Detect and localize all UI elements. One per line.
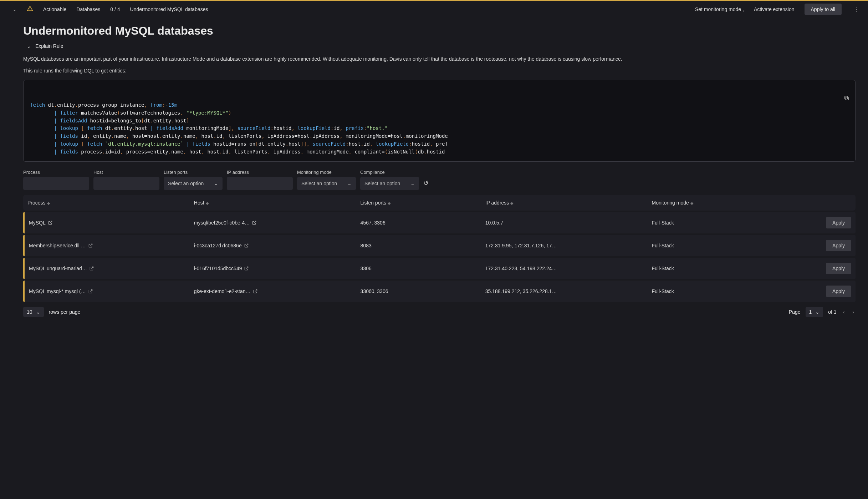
set-monitoring-mode-link[interactable]: Set monitoring mode , bbox=[695, 6, 744, 12]
external-link-icon[interactable] bbox=[88, 289, 93, 294]
topbar: ⌄ Actionable Databases 0 / 4 Undermonito… bbox=[0, 0, 868, 18]
apply-to-all-button[interactable]: Apply to all bbox=[805, 4, 842, 15]
rows-per-page-select[interactable]: 10⌄ bbox=[23, 307, 44, 317]
page-label: Page bbox=[789, 309, 801, 315]
host-cell: i-0c3ca127d7fc0686e bbox=[194, 243, 242, 248]
host-cell: i-016f7101d5dbcc549 bbox=[194, 266, 242, 271]
col-listen[interactable]: Listen ports◆ bbox=[356, 195, 481, 211]
explain-rule-label: Explain Rule bbox=[35, 43, 63, 49]
monitoring-cell: Full-Stack bbox=[647, 212, 772, 233]
monitoring-cell: Full-Stack bbox=[647, 281, 772, 302]
process-cell: MySQL mysql-* mysql (… bbox=[29, 288, 86, 294]
results-table: Process◆ Host◆ Listen ports◆ IP address◆… bbox=[23, 193, 856, 303]
explain-rule-toggle[interactable]: ⌄ Explain Rule bbox=[0, 40, 868, 52]
svg-rect-3 bbox=[845, 96, 848, 99]
filter-select-compliance[interactable]: Select an option⌄ bbox=[360, 177, 419, 190]
rule-description: MySQL databases are an important part of… bbox=[0, 52, 868, 64]
chevron-down-icon: ⌄ bbox=[347, 181, 352, 186]
ip-cell: 35.188.199.212, 35.226.228.1… bbox=[485, 288, 557, 294]
dql-code-block: fetch dt.entity.process_group_instance, … bbox=[23, 80, 856, 162]
prev-page-icon[interactable]: ‹ bbox=[842, 308, 846, 316]
svg-rect-2 bbox=[846, 97, 848, 100]
filter-label-listen: Listen ports bbox=[164, 170, 223, 175]
rule-subdescription: This rule runs the following DQL to get … bbox=[0, 64, 868, 77]
filter-label-monitoring: Monitoring mode bbox=[297, 170, 356, 175]
external-link-icon[interactable] bbox=[252, 220, 257, 225]
filter-label-process: Process bbox=[23, 170, 89, 175]
col-host[interactable]: Host◆ bbox=[190, 195, 356, 211]
page-title: Undermonitored MySQL databases bbox=[0, 18, 868, 40]
process-cell: MySQL bbox=[29, 220, 46, 226]
collapse-chevron-icon[interactable]: ⌄ bbox=[12, 6, 17, 12]
filter-input-process[interactable] bbox=[23, 177, 89, 190]
listenports-cell: 33060, 3306 bbox=[356, 281, 481, 302]
apply-button[interactable]: Apply bbox=[826, 217, 851, 228]
more-menu-icon[interactable]: ⋮ bbox=[852, 5, 861, 13]
chevron-down-icon: ⌄ bbox=[410, 181, 415, 186]
chevron-down-icon: ⌄ bbox=[214, 181, 218, 186]
count-label: 0 / 4 bbox=[110, 6, 120, 12]
filter-label-host: Host bbox=[93, 170, 159, 175]
page-number-select[interactable]: 1⌄ bbox=[806, 307, 823, 317]
host-cell: mysql/bef25e0f-c0be-4… bbox=[194, 220, 250, 226]
monitoring-cell: Full-Stack bbox=[647, 235, 772, 256]
rows-per-page-label: rows per page bbox=[49, 309, 81, 315]
external-link-icon[interactable] bbox=[244, 266, 249, 271]
apply-button[interactable]: Apply bbox=[826, 263, 851, 274]
col-process[interactable]: Process◆ bbox=[23, 195, 190, 211]
chevron-down-icon: ⌄ bbox=[815, 309, 820, 315]
copy-icon[interactable] bbox=[828, 85, 851, 114]
table-row: MySQL mysql-* mysql (…gke-ext-demo1-e2-s… bbox=[23, 281, 856, 302]
ip-cell: 172.31.9.95, 172.31.7.126, 17… bbox=[485, 243, 557, 248]
external-link-icon[interactable] bbox=[253, 289, 258, 294]
sort-icon: ◆ bbox=[388, 201, 390, 205]
external-link-icon[interactable] bbox=[88, 243, 93, 248]
rule-title: Undermonitored MySQL databases bbox=[130, 6, 208, 12]
chevron-down-icon: ⌄ bbox=[36, 309, 40, 315]
apply-button[interactable]: Apply bbox=[826, 240, 851, 251]
filter-input-ip[interactable] bbox=[227, 177, 293, 190]
process-cell: MySQL unguard-mariad… bbox=[29, 266, 87, 271]
listenports-cell: 8083 bbox=[356, 235, 481, 256]
external-link-icon[interactable] bbox=[244, 243, 249, 248]
filter-select-listenports[interactable]: Select an option⌄ bbox=[164, 177, 223, 190]
table-row: MySQL unguard-mariad…i-016f7101d5dbcc549… bbox=[23, 258, 856, 279]
col-monitoring[interactable]: Monitoring mode◆ bbox=[647, 195, 772, 211]
ip-cell: 10.0.5.7 bbox=[485, 220, 504, 226]
actionable-label: Actionable bbox=[43, 6, 66, 12]
pagination-bar: 10⌄ rows per page Page 1⌄ of 1 ‹ › bbox=[0, 303, 868, 324]
apply-button[interactable]: Apply bbox=[826, 286, 851, 297]
warning-icon bbox=[27, 5, 33, 14]
monitoring-cell: Full-Stack bbox=[647, 258, 772, 279]
filter-bar: Process Host Listen ports Select an opti… bbox=[0, 168, 868, 193]
sort-icon: ◆ bbox=[47, 201, 50, 205]
listenports-cell: 4567, 3306 bbox=[356, 212, 481, 233]
table-row: MySQLmysql/bef25e0f-c0be-4…4567, 330610.… bbox=[23, 212, 856, 233]
external-link-icon[interactable] bbox=[48, 220, 53, 225]
external-link-icon[interactable] bbox=[89, 266, 94, 271]
activate-extension-link[interactable]: Activate extension bbox=[754, 6, 795, 12]
page-total-label: of 1 bbox=[828, 309, 836, 315]
filter-label-compliance: Compliance bbox=[360, 170, 419, 175]
chevron-down-icon: ⌄ bbox=[27, 43, 31, 49]
process-cell: MembershipService.dll … bbox=[29, 243, 86, 248]
sort-icon: ◆ bbox=[510, 201, 513, 205]
databases-label: Databases bbox=[76, 6, 100, 12]
table-header-row: Process◆ Host◆ Listen ports◆ IP address◆… bbox=[23, 195, 856, 211]
ip-cell: 172.31.40.223, 54.198.222.24… bbox=[485, 266, 557, 271]
svg-point-1 bbox=[30, 10, 30, 10]
col-ip[interactable]: IP address◆ bbox=[481, 195, 648, 211]
reset-filters-icon[interactable]: ↺ bbox=[423, 179, 429, 190]
listenports-cell: 3306 bbox=[356, 258, 481, 279]
filter-select-monitoring[interactable]: Select an option⌄ bbox=[297, 177, 356, 190]
sort-icon: ◆ bbox=[690, 201, 693, 205]
filter-label-ip: IP address bbox=[227, 170, 293, 175]
sort-icon: ◆ bbox=[206, 201, 209, 205]
next-page-icon[interactable]: › bbox=[851, 308, 856, 316]
filter-input-host[interactable] bbox=[93, 177, 159, 190]
table-row: MembershipService.dll …i-0c3ca127d7fc068… bbox=[23, 235, 856, 256]
host-cell: gke-ext-demo1-e2-stan… bbox=[194, 288, 251, 294]
